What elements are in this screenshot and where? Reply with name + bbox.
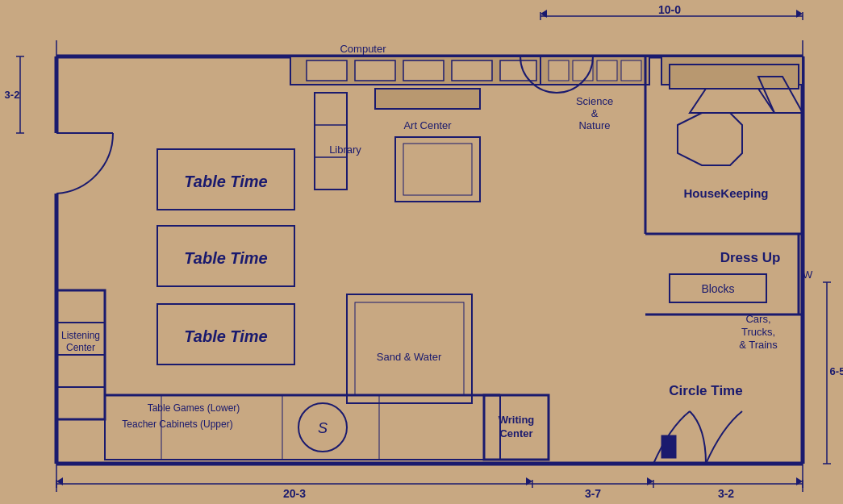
svg-marker-102 (647, 477, 653, 485)
svg-marker-51 (678, 113, 742, 165)
floor-plan: 10-0 20-3 3-7 3-2 3-2 6-5 (0, 0, 843, 504)
svg-rect-65 (157, 304, 294, 364)
svg-text:W: W (803, 269, 813, 281)
svg-text:3-2: 3-2 (5, 89, 20, 101)
svg-text:& Trains: & Trains (739, 339, 778, 351)
svg-text:Science: Science (576, 95, 613, 107)
svg-text:Art Center: Art Center (403, 119, 452, 131)
svg-text:Sand & Water: Sand & Water (377, 351, 442, 363)
svg-text:Writing: Writing (499, 414, 535, 426)
svg-text:20-3: 20-3 (283, 487, 306, 500)
svg-marker-99 (796, 10, 803, 18)
svg-rect-79 (347, 294, 472, 403)
svg-text:Blocks: Blocks (701, 282, 734, 295)
svg-rect-53 (375, 89, 480, 109)
svg-rect-48 (670, 65, 799, 89)
svg-text:Trucks,: Trucks, (741, 326, 775, 338)
svg-text:Cars,: Cars, (745, 313, 770, 325)
svg-text:3-7: 3-7 (585, 487, 601, 500)
svg-rect-43 (597, 60, 617, 81)
svg-marker-101 (526, 477, 532, 485)
svg-rect-80 (355, 302, 464, 395)
svg-text:Center: Center (66, 342, 95, 353)
svg-text:6-5: 6-5 (830, 365, 843, 377)
svg-rect-69 (670, 274, 766, 302)
svg-rect-41 (549, 60, 569, 81)
svg-rect-63 (157, 226, 294, 286)
svg-text:&: & (591, 107, 599, 119)
svg-text:Circle Time: Circle Time (669, 383, 742, 398)
svg-text:Library: Library (329, 144, 361, 156)
svg-marker-103 (796, 477, 803, 485)
svg-rect-91 (484, 395, 549, 460)
svg-text:3-2: 3-2 (718, 487, 734, 500)
svg-text:Listening: Listening (61, 330, 100, 341)
svg-text:Table Time: Table Time (184, 173, 267, 190)
svg-text:Dress Up: Dress Up (720, 250, 781, 265)
svg-rect-40 (661, 56, 803, 85)
svg-text:Table Games (Lower): Table Games (Lower) (148, 402, 240, 414)
svg-rect-56 (403, 144, 472, 195)
svg-rect-42 (573, 60, 593, 81)
svg-text:Computer: Computer (340, 43, 386, 55)
svg-text:HouseKeeping: HouseKeeping (683, 186, 768, 200)
svg-rect-39 (540, 56, 649, 85)
svg-rect-33 (307, 60, 347, 81)
svg-rect-34 (355, 60, 395, 81)
svg-text:Center: Center (499, 427, 532, 439)
svg-rect-32 (290, 56, 540, 85)
svg-text:Table Time: Table Time (184, 327, 267, 345)
svg-rect-78 (661, 435, 676, 458)
svg-rect-61 (157, 149, 294, 210)
svg-rect-55 (395, 137, 480, 202)
svg-rect-37 (500, 60, 536, 81)
svg-text:Teacher Cabinets (Upper): Teacher Cabinets (Upper) (122, 419, 232, 430)
svg-marker-50 (758, 77, 803, 113)
svg-rect-28 (56, 290, 105, 419)
svg-rect-85 (105, 395, 500, 460)
svg-rect-58 (315, 93, 347, 190)
svg-marker-98 (540, 10, 547, 18)
svg-point-89 (298, 403, 347, 452)
svg-rect-44 (621, 60, 641, 81)
svg-text:10-0: 10-0 (658, 3, 681, 16)
svg-rect-0 (0, 0, 843, 504)
svg-text:S: S (318, 420, 328, 436)
svg-marker-49 (690, 89, 774, 113)
svg-rect-35 (403, 60, 444, 81)
svg-text:Table Time: Table Time (184, 249, 267, 267)
svg-text:Nature: Nature (578, 119, 610, 131)
svg-rect-36 (452, 60, 492, 81)
svg-marker-100 (56, 477, 63, 485)
